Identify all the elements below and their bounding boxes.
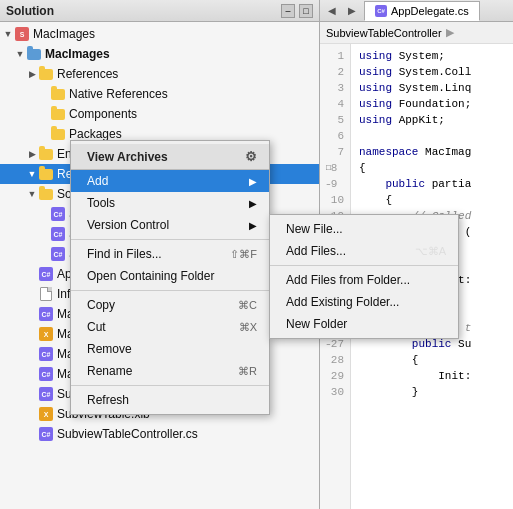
- shortcut: ⌥⌘A: [415, 245, 446, 258]
- line-num: 1: [326, 48, 344, 64]
- solution-panel: Solution – □ ▼ S MacImages ▼ MacImages ▶…: [0, 0, 320, 509]
- cs-icon: C#: [50, 226, 66, 242]
- shortcut: ⌘C: [238, 299, 257, 312]
- window-controls: – □: [281, 4, 313, 18]
- tab-icon: C#: [375, 5, 387, 17]
- code-line: namespace MacImag: [359, 144, 505, 160]
- submenu-arrow: ▶: [249, 198, 257, 209]
- cs-icon: C#: [38, 306, 54, 322]
- panel-header: Solution – □: [0, 0, 319, 22]
- code-line: Init:: [359, 368, 505, 384]
- menu-label: Refresh: [87, 393, 129, 407]
- code-line: {: [359, 192, 505, 208]
- menu-label: Open Containing Folder: [87, 269, 214, 283]
- menu-item-remove[interactable]: Remove: [71, 338, 269, 360]
- menu-label: Tools: [87, 196, 115, 210]
- menu-item-rename[interactable]: Rename ⌘R: [71, 360, 269, 382]
- menu-item-open-containing-folder[interactable]: Open Containing Folder: [71, 265, 269, 287]
- menu-label: Cut: [87, 320, 106, 334]
- folder-icon: [38, 166, 54, 182]
- submenu-arrow: ▶: [249, 220, 257, 231]
- line-num: 7: [326, 144, 344, 160]
- line-num: 28: [326, 352, 344, 368]
- submenu-label: New Folder: [286, 317, 347, 331]
- code-line: {: [359, 352, 505, 368]
- tree-label: SubviewTableController.cs: [57, 427, 198, 441]
- line-num: 30: [326, 384, 344, 400]
- line-num: 29: [326, 368, 344, 384]
- line-num: 3: [326, 80, 344, 96]
- tree-item-macimages-proj[interactable]: ▼ MacImages: [0, 44, 319, 64]
- menu-label: Find in Files...: [87, 247, 162, 261]
- expand-arrow: ▶: [26, 149, 38, 159]
- editor-tab-bar: ◀ ▶ C# AppDelegate.cs: [320, 0, 513, 22]
- submenu-item-add-files[interactable]: Add Files... ⌥⌘A: [270, 240, 458, 262]
- menu-separator: [270, 265, 458, 266]
- line-num: 4: [326, 96, 344, 112]
- menu-label: Version Control: [87, 218, 169, 232]
- code-line: using AppKit;: [359, 112, 505, 128]
- tab-appdelegate[interactable]: C# AppDelegate.cs: [364, 1, 480, 21]
- folder-icon: [38, 186, 54, 202]
- project-icon: [26, 46, 42, 62]
- breadcrumb-controller[interactable]: SubviewTableController: [326, 27, 442, 39]
- code-line: using System.Linq: [359, 80, 505, 96]
- tree-label: Native References: [69, 87, 168, 101]
- menu-label: Remove: [87, 342, 132, 356]
- menu-item-cut[interactable]: Cut ⌘X: [71, 316, 269, 338]
- tab-label: AppDelegate.cs: [391, 5, 469, 17]
- line-num: 2: [326, 64, 344, 80]
- tree-label: MacImages: [45, 47, 110, 61]
- submenu-item-new-file[interactable]: New File...: [270, 218, 458, 240]
- menu-item-tools[interactable]: Tools ▶: [71, 192, 269, 214]
- view-archives-item[interactable]: View Archives ⚙: [71, 144, 269, 170]
- tree-label: References: [57, 67, 118, 81]
- maximize-button[interactable]: □: [299, 4, 313, 18]
- cs-icon: C#: [50, 206, 66, 222]
- tree-item-native-refs[interactable]: Native References: [0, 84, 319, 104]
- menu-separator: [71, 385, 269, 386]
- menu-label: Rename: [87, 364, 132, 378]
- line-num: 10: [326, 192, 344, 208]
- menu-item-add[interactable]: Add ▶ New File... Add Files... ⌥⌘A Add F…: [71, 170, 269, 192]
- code-line: using System;: [359, 48, 505, 64]
- submenu-item-new-folder[interactable]: New Folder: [270, 313, 458, 335]
- cs-icon: C#: [38, 426, 54, 442]
- menu-item-refresh[interactable]: Refresh: [71, 389, 269, 411]
- menu-label: Copy: [87, 298, 115, 312]
- breadcrumb-separator: ▶: [446, 26, 454, 39]
- tree-label: Components: [69, 107, 137, 121]
- shortcut: ⌘X: [239, 321, 257, 334]
- submenu-item-add-existing-folder[interactable]: Add Existing Folder...: [270, 291, 458, 313]
- submenu-label: Add Files...: [286, 244, 346, 258]
- tree-item-macimages-root[interactable]: ▼ S MacImages: [0, 24, 319, 44]
- view-archives-label: View Archives: [87, 150, 168, 164]
- folder-icon: [38, 66, 54, 82]
- menu-item-copy[interactable]: Copy ⌘C: [71, 294, 269, 316]
- expand-arrow: ▼: [26, 189, 38, 199]
- menu-item-find-in-files[interactable]: Find in Files... ⇧⌘F: [71, 243, 269, 265]
- tree-label: Packages: [69, 127, 122, 141]
- tree-item-references[interactable]: ▶ References: [0, 64, 319, 84]
- code-line: using Foundation;: [359, 96, 505, 112]
- cs-icon: C#: [38, 346, 54, 362]
- tab-next-button[interactable]: ▶: [344, 3, 360, 19]
- line-num: □8: [326, 160, 344, 176]
- submenu-label: Add Existing Folder...: [286, 295, 399, 309]
- editor-breadcrumb: SubviewTableController ▶: [320, 22, 513, 44]
- menu-item-version-control[interactable]: Version Control ▶: [71, 214, 269, 236]
- submenu-item-add-files-folder[interactable]: Add Files from Folder...: [270, 269, 458, 291]
- tree-label: MacImages: [33, 27, 95, 41]
- expand-arrow: ▼: [2, 29, 14, 39]
- tab-prev-button[interactable]: ◀: [324, 3, 340, 19]
- panel-title: Solution: [6, 4, 54, 18]
- tree-item-components[interactable]: Components: [0, 104, 319, 124]
- tree-item-subviewtablecontroller[interactable]: C# SubviewTableController.cs: [0, 424, 319, 444]
- submenu-arrow: ▶: [249, 176, 257, 187]
- minimize-button[interactable]: –: [281, 4, 295, 18]
- code-line: [359, 128, 505, 144]
- submenu-label: New File...: [286, 222, 343, 236]
- shortcut: ⇧⌘F: [230, 248, 257, 261]
- code-line: public partia: [359, 176, 505, 192]
- gear-icon[interactable]: ⚙: [245, 149, 257, 164]
